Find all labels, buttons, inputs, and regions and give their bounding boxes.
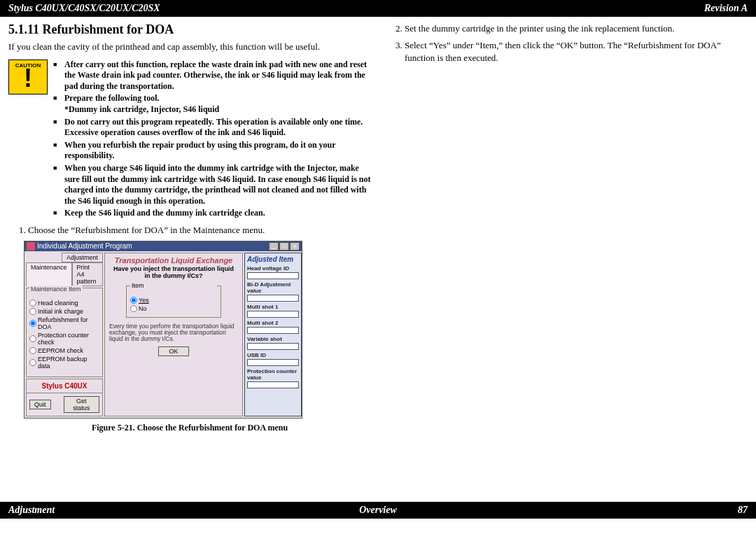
caution-item: After carry out this function, replace t…	[53, 59, 371, 92]
header-right: Revision A	[704, 3, 748, 14]
footer-right: 87	[738, 505, 748, 516]
step-item: Set the dummy cartridge in the printer u…	[405, 22, 748, 35]
radio-yes[interactable]: Yes	[130, 297, 217, 304]
caution-item: When you refurbish the repair product by…	[53, 140, 371, 162]
caution-item: Keep the S46 liquid and the dummy ink ca…	[53, 208, 371, 219]
radio-eeprom-check[interactable]: EEPROM check	[29, 347, 99, 354]
adj-label: Multi shot 2	[247, 320, 299, 326]
footer-center: Overview	[359, 505, 397, 516]
adjusted-item-title: Adjusted Item	[247, 255, 299, 263]
close-icon[interactable]: ×	[290, 242, 300, 251]
adj-label: Multi shot 1	[247, 304, 299, 310]
ok-button[interactable]: OK	[158, 346, 188, 356]
radio-no[interactable]: No	[130, 305, 217, 312]
caution-item: When you charge S46 liquid into the dumm…	[53, 163, 371, 206]
tab-adjustment[interactable]: Adjustment	[62, 253, 103, 262]
steps-left: Choose the “Refurbishment for DOA” in th…	[8, 225, 371, 237]
exclamation-icon: !	[9, 69, 47, 90]
adj-field	[247, 343, 299, 350]
steps-right: Set the dummy cartridge in the printer u…	[385, 22, 748, 65]
maintenance-group-label: Maintenance Item	[29, 286, 83, 293]
adj-label: Variable shot	[247, 336, 299, 342]
operation-note: Every time you perform the transportatio…	[105, 321, 242, 344]
maximize-icon[interactable]: □	[279, 242, 289, 251]
radio-protection-counter[interactable]: Protection counter check	[29, 332, 99, 346]
section-title: 5.1.11 Refurbishment for DOA	[8, 22, 371, 37]
minimize-icon[interactable]: _	[269, 242, 279, 251]
radio-initial-ink-charge[interactable]: Initial ink charge	[29, 308, 99, 315]
radio-refurbishment-doa[interactable]: Refurbishment for DOA	[29, 316, 99, 330]
header-left: Stylus C40UX/C40SX/C20UX/C20SX	[8, 3, 160, 14]
window-title: Individual Adjustment Program	[37, 242, 132, 250]
main-panel-title: Transportation Liquid Exchange	[105, 253, 242, 266]
item-group-label: Item	[130, 282, 217, 289]
document-footer: Adjustment Overview 87	[0, 502, 756, 519]
adj-label: Bi-D Adjustment value	[247, 281, 299, 294]
caution-badge: CAUTION !	[8, 59, 48, 94]
footer-left: Adjustment	[8, 505, 55, 516]
caution-list: After carry out this function, replace t…	[53, 59, 371, 220]
tab-maintenance[interactable]: Maintenance	[26, 262, 72, 286]
radio-head-cleaning[interactable]: Head cleaning	[29, 300, 99, 307]
step-item: Choose the “Refurbishment for DOA” in th…	[28, 225, 371, 237]
tab-print-a4[interactable]: Print A4 pattern	[72, 262, 103, 286]
app-icon	[27, 242, 35, 251]
document-header: Stylus C40UX/C40SX/C20UX/C20SX Revision …	[0, 0, 756, 17]
adj-field	[247, 327, 299, 334]
adj-field	[247, 272, 299, 279]
caution-block: CAUTION ! After carry out this function,…	[8, 59, 371, 220]
quit-button[interactable]: Quit	[29, 400, 51, 409]
get-status-button[interactable]: Get status	[64, 396, 99, 413]
adj-field	[247, 381, 299, 388]
caution-item: Prepare the following tool. *Dummy ink c…	[53, 93, 371, 115]
step-item: Select “Yes” under “Item,” then click th…	[405, 39, 748, 64]
main-question: Have you inject the transportation liqui…	[105, 266, 242, 283]
adj-field	[247, 359, 299, 366]
caution-item: Do not carry out this program repeatedly…	[53, 117, 371, 139]
page-content: 5.1.11 Refurbishment for DOA If you clea…	[0, 17, 756, 433]
intro-text: If you clean the cavity of the printhead…	[8, 41, 371, 52]
embedded-screenshot: Individual Adjustment Program _ □ × Adju…	[24, 241, 302, 419]
adj-field	[247, 295, 299, 302]
window-titlebar: Individual Adjustment Program _ □ ×	[24, 241, 302, 251]
adj-label: USB ID	[247, 352, 299, 358]
model-label: Stylus C40UX	[41, 382, 87, 390]
figure-caption: Figure 5-21. Choose the Refurbishment fo…	[8, 423, 371, 433]
adj-label: Protection counter value	[247, 368, 299, 381]
adj-label: Head voltage ID	[247, 265, 299, 272]
adj-field	[247, 311, 299, 318]
radio-eeprom-backup[interactable]: EEPROM backup data	[29, 356, 99, 370]
